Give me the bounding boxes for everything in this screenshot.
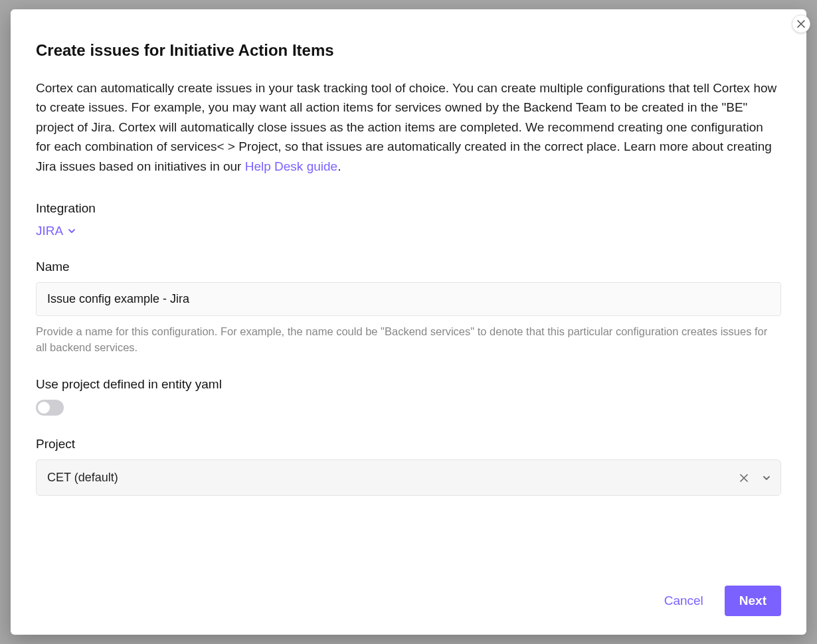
help-desk-link[interactable]: Help Desk guide: [245, 159, 337, 173]
yaml-toggle-field: Use project defined in entity yaml: [36, 377, 781, 416]
create-issues-modal: Create issues for Initiative Action Item…: [11, 9, 806, 635]
next-button[interactable]: Next: [725, 586, 781, 616]
clear-icon[interactable]: [739, 473, 749, 483]
chevron-down-icon: [67, 226, 76, 236]
description-text: Cortex can automatically create issues i…: [36, 81, 776, 173]
project-select[interactable]: CET (default): [36, 459, 781, 496]
integration-field: Integration JIRA: [36, 201, 781, 238]
description-post: .: [337, 159, 341, 173]
yaml-toggle[interactable]: [36, 400, 64, 416]
chevron-down-icon[interactable]: [761, 473, 772, 483]
yaml-toggle-label: Use project defined in entity yaml: [36, 377, 781, 392]
integration-label: Integration: [36, 201, 781, 216]
project-label: Project: [36, 437, 781, 451]
modal-description: Cortex can automatically create issues i…: [36, 78, 781, 176]
close-button[interactable]: [792, 15, 810, 33]
close-icon: [797, 20, 805, 28]
project-select-icons: [739, 473, 772, 483]
modal-footer: Cancel Next: [36, 570, 781, 616]
cancel-button[interactable]: Cancel: [659, 587, 709, 615]
project-field: Project CET (default): [36, 437, 781, 496]
integration-value: JIRA: [36, 224, 63, 238]
name-label: Name: [36, 260, 781, 274]
modal-body: Create issues for Initiative Action Item…: [11, 9, 806, 635]
project-select-wrap: CET (default): [36, 459, 781, 496]
integration-select[interactable]: JIRA: [36, 224, 76, 238]
toggle-knob: [38, 402, 50, 414]
name-help-text: Provide a name for this configuration. F…: [36, 324, 781, 356]
name-input[interactable]: [36, 282, 781, 316]
modal-title: Create issues for Initiative Action Item…: [36, 41, 781, 60]
name-field: Name Provide a name for this configurati…: [36, 260, 781, 356]
